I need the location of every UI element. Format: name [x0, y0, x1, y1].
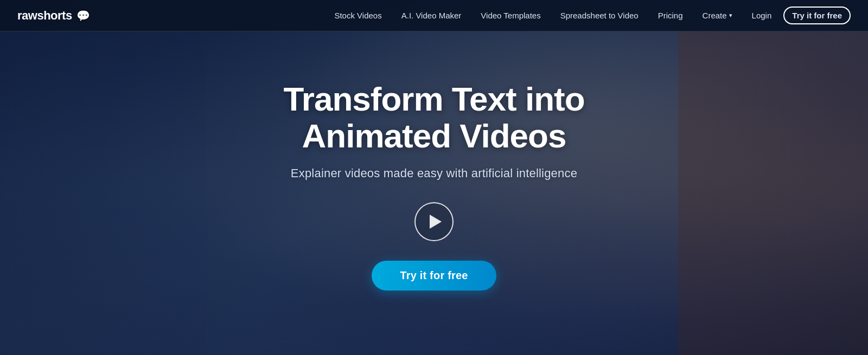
hero-title: Transform Text into Animated Videos	[212, 81, 656, 154]
logo-shorts: shorts	[37, 9, 72, 22]
nav-link-pricing[interactable]: Pricing	[650, 8, 691, 23]
nav-link-spreadsheet-to-video[interactable]: Spreadsheet to Video	[553, 8, 646, 23]
nav-cta-button[interactable]: Try it for free	[783, 7, 851, 24]
nav-links: Stock Videos A.I. Video Maker Video Temp…	[327, 8, 851, 23]
nav-link-stock-videos[interactable]: Stock Videos	[327, 8, 389, 23]
nav-link-ai-video-maker[interactable]: A.I. Video Maker	[394, 8, 469, 23]
nav-item-spreadsheet-to-video[interactable]: Spreadsheet to Video	[553, 11, 646, 21]
hero-subtitle: Explainer videos made easy with artifici…	[212, 166, 656, 180]
nav-item-stock-videos[interactable]: Stock Videos	[327, 11, 389, 21]
logo-icon: 💬	[76, 9, 90, 22]
logo[interactable]: rawshorts 💬	[17, 9, 90, 23]
nav-item-video-templates[interactable]: Video Templates	[473, 11, 548, 21]
hero-cta-button[interactable]: Try it for free	[372, 261, 496, 291]
chevron-down-icon: ▾	[729, 12, 732, 19]
hero-section: rawshorts 💬 Stock Videos A.I. Video Make…	[0, 0, 868, 355]
nav-item-pricing[interactable]: Pricing	[650, 11, 691, 21]
nav-item-cta[interactable]: Try it for free	[783, 11, 851, 21]
nav-item-create[interactable]: Create ▾	[695, 8, 740, 23]
logo-raw: raw	[17, 9, 37, 22]
navbar: rawshorts 💬 Stock Videos A.I. Video Make…	[0, 0, 868, 31]
nav-link-login[interactable]: Login	[744, 8, 780, 23]
nav-item-login[interactable]: Login	[744, 11, 780, 21]
play-button[interactable]	[414, 202, 454, 241]
nav-item-ai-video-maker[interactable]: A.I. Video Maker	[394, 11, 469, 21]
hero-content: Transform Text into Animated Videos Expl…	[190, 81, 678, 291]
nav-create-label: Create	[703, 11, 727, 20]
logo-text: rawshorts	[17, 9, 72, 23]
nav-link-create[interactable]: Create ▾	[695, 8, 740, 23]
play-icon	[430, 215, 442, 229]
nav-link-video-templates[interactable]: Video Templates	[473, 8, 548, 23]
